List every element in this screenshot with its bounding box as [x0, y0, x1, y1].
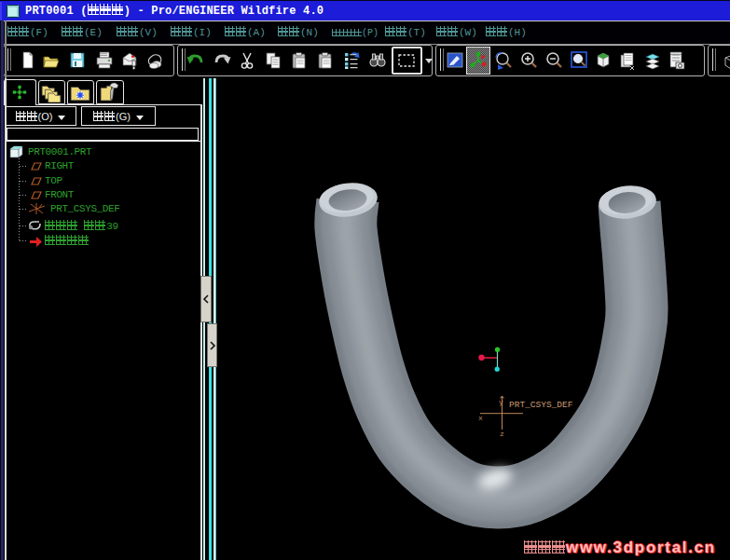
svg-text:y: y [499, 398, 503, 406]
svg-text:z: z [500, 430, 504, 438]
svg-text:PRT_CSYS_DEF: PRT_CSYS_DEF [509, 400, 573, 410]
svg-text:x: x [478, 414, 483, 422]
